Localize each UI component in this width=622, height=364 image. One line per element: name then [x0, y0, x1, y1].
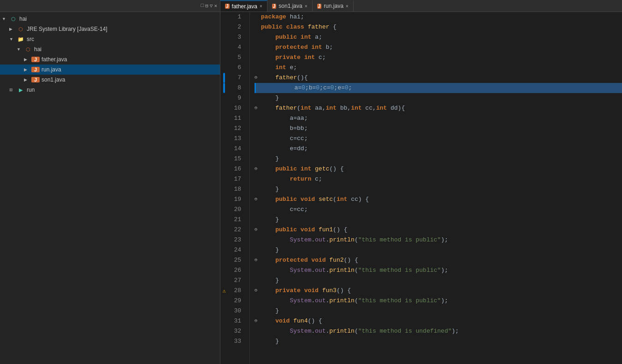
- tree-arrow[interactable]: ⊞: [9, 88, 17, 92]
- tree-item-father-java[interactable]: ▶ J father.java: [0, 54, 220, 65]
- code-line-29[interactable]: System.out.println("this method is publi…: [255, 296, 622, 306]
- gutter-line-22: [220, 225, 228, 235]
- code-line-6[interactable]: int e;: [255, 63, 622, 73]
- java-file-icon: J: [31, 77, 40, 82]
- tab-label: father.java: [232, 3, 257, 10]
- code-line-5[interactable]: private int c;: [255, 53, 622, 63]
- gutter-line-5: [220, 53, 228, 63]
- code-line-1[interactable]: package hai;: [255, 12, 622, 22]
- gutter-line-18: [220, 184, 228, 194]
- code-line-9[interactable]: }: [255, 93, 622, 103]
- code-line-15[interactable]: }: [255, 154, 622, 164]
- code-line-11[interactable]: a=aa;: [255, 113, 622, 123]
- tab-close-icon[interactable]: ×: [346, 4, 349, 9]
- code-line-28[interactable]: ⊖ private void fun3() {: [255, 286, 622, 296]
- run-icon: ▶: [17, 87, 25, 93]
- code-line-2[interactable]: public class father {: [255, 22, 622, 32]
- tab-son1-tab[interactable]: J son1.java ×: [267, 0, 313, 12]
- gutter-line-1: [220, 12, 228, 22]
- tree-arrow[interactable]: ▼: [17, 47, 24, 52]
- code-line-22[interactable]: ⊖ public void fun1() {: [255, 225, 622, 235]
- collapse-icon[interactable]: ⊟: [205, 3, 208, 9]
- code-line-4[interactable]: protected int b;: [255, 42, 622, 53]
- collapse-arrow-10[interactable]: ⊖: [255, 103, 261, 113]
- tree-item-label: run.java: [41, 66, 61, 73]
- tree-item-run[interactable]: ⊞ ▶ run: [0, 85, 220, 95]
- line-number-7: 7: [231, 73, 245, 83]
- code-line-26[interactable]: System.out.println("this method is publi…: [255, 265, 622, 276]
- line-number-16: 16: [231, 164, 245, 174]
- tree-arrow[interactable]: ▼: [9, 37, 17, 41]
- code-line-18[interactable]: }: [255, 184, 622, 194]
- tree-item-label: hai: [19, 16, 27, 22]
- code-line-17[interactable]: return c;: [255, 174, 622, 184]
- tree-item-hai-package[interactable]: ▼ ⬡ hai: [0, 44, 220, 54]
- collapse-arrow-16[interactable]: ⊖: [255, 164, 261, 174]
- warning-icon: ⚠: [222, 288, 225, 294]
- line-number-5: 5: [231, 53, 245, 63]
- tree-item-label: src: [27, 36, 34, 42]
- tree-arrow[interactable]: ▶: [24, 57, 31, 62]
- collapse-arrow-7[interactable]: ⊖: [255, 73, 261, 83]
- tree-item-hai-project[interactable]: ▼ ⬡ hai: [0, 14, 220, 24]
- line-number-24: 24: [231, 245, 245, 255]
- gutter-line-13: [220, 134, 228, 144]
- code-line-21[interactable]: }: [255, 215, 622, 225]
- tree-item-run-java[interactable]: ▶ J run.java: [0, 65, 220, 75]
- tab-father-tab[interactable]: J father.java ×: [220, 0, 267, 12]
- collapse-arrow-22[interactable]: ⊖: [255, 225, 261, 235]
- code-line-14[interactable]: e=dd;: [255, 144, 622, 154]
- tree-item-src[interactable]: ▼ 📁 src: [0, 34, 220, 44]
- line-number-20: 20: [231, 205, 245, 215]
- code-line-27[interactable]: }: [255, 276, 622, 286]
- collapse-arrow-25[interactable]: ⊖: [255, 255, 261, 265]
- line-number-30: 30: [231, 306, 245, 316]
- code-line-3[interactable]: public int a;: [255, 32, 622, 42]
- code-line-31[interactable]: ⊖ void fun4() {: [255, 316, 622, 326]
- explorer-content: ▼ ⬡ hai ▶ ⬡ JRE System Library [JavaSE-1…: [0, 12, 220, 364]
- code-line-10[interactable]: ⊖ father(int aa,int bb,int cc,int dd){: [255, 103, 622, 113]
- code-line-32[interactable]: System.out.println("this method is undef…: [255, 326, 622, 336]
- line-number-6: 6: [231, 63, 245, 73]
- collapse-arrow-19[interactable]: ⊖: [255, 194, 261, 205]
- code-line-7[interactable]: ⊖ father(){: [255, 73, 622, 83]
- tree-item-son1-java[interactable]: ▶ J son1.java: [0, 75, 220, 85]
- tab-close-icon[interactable]: ×: [305, 4, 308, 9]
- tree-item-jre-library[interactable]: ▶ ⬡ JRE System Library [JavaSE-14]: [0, 24, 220, 34]
- code-line-8[interactable]: a=0;b=0;c=0;e=0;: [255, 83, 622, 93]
- gutter-line-28: ⚠: [220, 286, 228, 296]
- gutter-line-12: [220, 123, 228, 134]
- line-gutter: ⚠: [220, 12, 228, 364]
- tab-run-tab[interactable]: J run.java ×: [313, 0, 354, 12]
- line-number-18: 18: [231, 184, 245, 194]
- code-line-19[interactable]: ⊖ public void setc(int cc) {: [255, 194, 622, 205]
- code-line-30[interactable]: }: [255, 306, 622, 316]
- tree-arrow[interactable]: ▶: [24, 67, 31, 72]
- menu-icon[interactable]: ▽: [210, 3, 213, 9]
- gutter-line-6: [220, 63, 228, 73]
- code-line-24[interactable]: }: [255, 245, 622, 255]
- close-panel-icon[interactable]: ✕: [214, 3, 217, 9]
- src-icon: 📁: [17, 36, 25, 42]
- code-line-25[interactable]: ⊖ protected void fun2() {: [255, 255, 622, 265]
- code-area: ⚠ 12345678910111213141516171819202122232…: [220, 12, 622, 364]
- code-line-20[interactable]: c=cc;: [255, 205, 622, 215]
- tree-arrow[interactable]: ▶: [24, 77, 31, 82]
- tree-arrow[interactable]: ▶: [9, 27, 17, 31]
- code-line-16[interactable]: ⊖ public int getc() {: [255, 164, 622, 174]
- gutter-line-7: [223, 73, 225, 83]
- code-content[interactable]: package hai;public class father { public…: [250, 12, 622, 364]
- gutter-line-17: [220, 174, 228, 184]
- collapse-arrow-28[interactable]: ⊖: [255, 286, 261, 296]
- line-number-4: 4: [231, 42, 245, 53]
- collapse-arrow-31[interactable]: ⊖: [255, 316, 261, 326]
- tab-close-icon[interactable]: ×: [260, 4, 262, 9]
- minimize-icon[interactable]: □: [201, 3, 204, 9]
- line-number-33: 33: [231, 336, 245, 346]
- code-line-13[interactable]: c=cc;: [255, 134, 622, 144]
- tree-arrow[interactable]: ▼: [2, 17, 9, 21]
- code-line-23[interactable]: System.out.println("this method is publi…: [255, 235, 622, 245]
- code-line-33[interactable]: }: [255, 336, 622, 346]
- code-line-12[interactable]: b=bb;: [255, 123, 622, 134]
- gutter-line-8: [223, 83, 225, 93]
